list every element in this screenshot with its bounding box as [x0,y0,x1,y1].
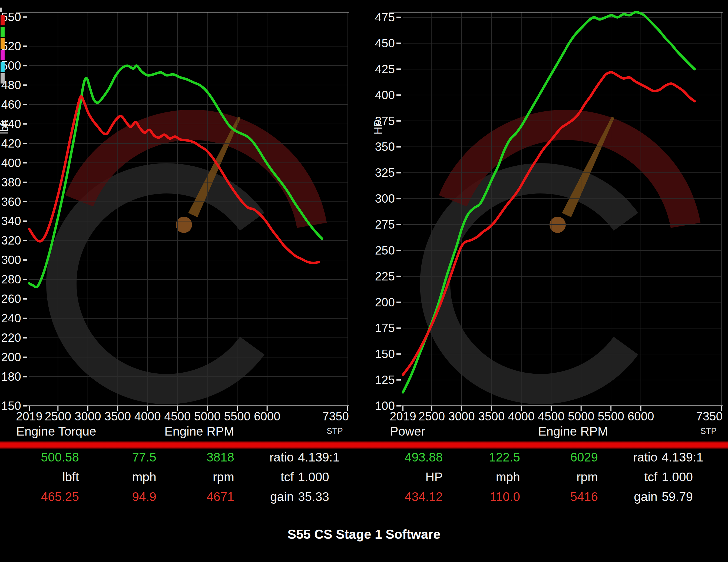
watermark-gauge-logo [435,117,686,389]
svg-text:6000: 6000 [628,410,654,423]
svg-text:300: 300 [1,253,21,267]
magenta-run-swatch[interactable] [1,50,5,60]
tcf-value: 1.000 [294,470,345,484]
svg-text:340: 340 [1,214,21,228]
table-row: lbft mph rpm tcf 1.000 [15,467,345,487]
svg-text:7350: 7350 [322,410,349,423]
svg-text:360: 360 [1,195,21,208]
table-row: HP mph rpm tcf 1.000 [379,467,709,487]
dyno-graph-window: 1501802002202402602803003203403603804004… [0,0,728,562]
svg-text:4500: 4500 [164,410,191,423]
table-row: 500.58 77.5 3818 ratio 4.139:1 [15,447,345,467]
svg-text:5500: 5500 [224,410,250,423]
ratio-value: 4.139:1 [657,450,709,464]
table-row: 434.12 110.0 5416 gain 59.79 [379,487,709,506]
svg-text:475: 475 [375,11,395,24]
ratio-label: ratio [598,450,657,464]
cyan-run-swatch[interactable] [1,62,5,72]
svg-text:5500: 5500 [598,410,624,423]
chart-corner-label: Engine Torque [16,424,96,438]
graph-title: S55 CS Stage 1 Software [0,527,728,542]
ratio-value: 4.139:1 [294,450,345,464]
green-run-swatch[interactable] [1,27,5,37]
svg-text:325: 325 [375,166,395,179]
svg-text:400: 400 [1,156,21,170]
svg-text:5000: 5000 [194,410,221,423]
svg-text:3000: 3000 [448,410,475,423]
rpm-baseline-max: 5416 [520,489,598,504]
gain-label: gain [598,489,657,504]
speed-unit-label: mph [443,470,520,484]
svg-text:260: 260 [1,292,21,305]
svg-text:125: 125 [375,373,395,386]
y-axis-unit-label: lbft [0,120,10,134]
gray-run-swatch[interactable] [1,73,5,84]
table-row: 465.25 94.9 4671 gain 35.33 [15,487,345,506]
svg-text:2019: 2019 [390,410,416,423]
power-chart: 1001251501752002252502753003253503754004… [364,0,728,441]
gain-value: 59.79 [657,489,709,504]
watermark-gauge-logo [61,117,312,389]
svg-text:4000: 4000 [134,410,161,423]
gain-label: gain [234,489,294,504]
svg-text:2500: 2500 [45,410,71,423]
rpm-unit-label: rpm [156,470,234,484]
rpm-unit-label: rpm [520,470,598,484]
svg-text:5000: 5000 [568,410,594,423]
gain-value: 35.33 [294,489,345,504]
speed-baseline-max: 94.9 [79,489,156,504]
svg-text:2019: 2019 [16,410,42,423]
tcf-label: tcf [234,470,294,484]
speed-tuned-max: 77.5 [79,450,156,464]
table-row: 493.88 122.5 6029 ratio 4.139:1 [379,447,709,467]
svg-text:7350: 7350 [696,410,723,423]
orange-run-swatch[interactable] [1,38,5,49]
tcf-label: tcf [598,470,657,484]
x-axis-label: Engine RPM [538,424,608,438]
svg-text:180: 180 [1,370,21,383]
svg-text:280: 280 [1,273,21,286]
y-axis-unit-label: HP [372,119,384,135]
tcf-value: 1.000 [657,470,709,484]
rpm-baseline-max: 4671 [156,489,234,504]
svg-text:220: 220 [1,331,21,344]
svg-text:200: 200 [375,295,395,309]
svg-text:3500: 3500 [104,410,131,423]
chart-corner-label: Power [390,424,425,438]
red-run-swatch[interactable] [1,15,5,25]
svg-text:275: 275 [375,218,395,231]
svg-text:4500: 4500 [538,410,564,423]
svg-text:175: 175 [375,321,395,334]
svg-text:2500: 2500 [418,410,445,423]
torque-baseline-max: 465.25 [15,489,79,504]
svg-text:3000: 3000 [75,410,101,423]
svg-text:4000: 4000 [508,410,535,423]
svg-text:3500: 3500 [478,410,505,423]
partial-swatch [0,8,2,12]
torque-stats-table: 500.58 77.5 3818 ratio 4.139:1 lbft mph … [15,447,345,506]
ratio-label: ratio [234,450,294,464]
correction-standard-label: STP [700,426,717,436]
svg-text:225: 225 [375,270,395,283]
svg-text:425: 425 [375,62,395,76]
power-baseline-max: 434.12 [379,489,443,504]
svg-text:400: 400 [375,88,395,102]
svg-text:200: 200 [1,350,21,364]
rpm-tuned-max: 6029 [520,450,598,464]
svg-text:380: 380 [1,176,21,189]
x-axis-label: Engine RPM [164,424,234,438]
svg-text:450: 450 [375,36,395,50]
svg-text:240: 240 [1,311,21,325]
power-stats-table: 493.88 122.5 6029 ratio 4.139:1 HP mph r… [379,447,709,506]
speed-tuned-max: 122.5 [443,450,520,464]
svg-text:150: 150 [375,347,395,360]
svg-text:420: 420 [1,137,21,150]
torque-unit-label: lbft [15,470,79,484]
svg-text:6000: 6000 [254,410,280,423]
svg-text:350: 350 [375,140,395,153]
speed-baseline-max: 110.0 [443,489,520,504]
svg-text:300: 300 [375,192,395,205]
speed-unit-label: mph [79,470,156,484]
correction-standard-label: STP [327,426,343,436]
svg-text:320: 320 [1,234,21,247]
